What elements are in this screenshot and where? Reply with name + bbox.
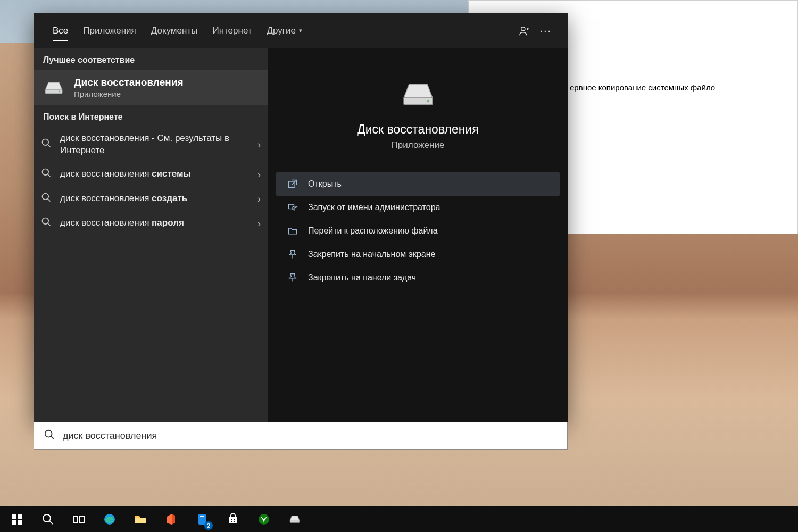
svg-rect-13 (18, 514, 22, 519)
task-view-button[interactable] (64, 506, 94, 532)
svg-rect-15 (18, 520, 22, 525)
web-result-1-text: диск восстановления системы (60, 168, 191, 180)
drive-icon (400, 80, 437, 109)
search-icon (41, 138, 55, 152)
shield-icon (287, 202, 298, 213)
taskbar-xbox[interactable] (249, 506, 279, 532)
chevron-right-icon: › (257, 193, 261, 204)
tab-more-label: Другие (267, 26, 296, 36)
preview-pane: Диск восстановления Приложение Открыть З… (268, 48, 568, 422)
svg-rect-18 (80, 516, 84, 522)
action-open[interactable]: Открыть (276, 172, 560, 196)
svg-point-4 (43, 169, 49, 175)
best-match-subtitle: Приложение (74, 89, 184, 98)
preview-title: Диск восстановления (357, 122, 479, 137)
svg-rect-22 (200, 516, 204, 517)
taskbar-store[interactable] (218, 506, 248, 532)
svg-point-2 (59, 90, 61, 92)
svg-rect-26 (234, 521, 235, 522)
svg-rect-12 (12, 514, 16, 519)
web-result-2[interactable]: диск восстановления создать › (34, 187, 268, 211)
web-result-3-text: диск восстановления пароля (60, 217, 184, 229)
svg-point-6 (43, 218, 49, 224)
taskbar-office[interactable] (156, 506, 186, 532)
tab-web-label: Интернет (212, 26, 252, 36)
tab-apps-label: Приложения (83, 26, 136, 36)
svg-rect-25 (231, 521, 232, 522)
action-run-admin[interactable]: Запуск от имени администратора (276, 196, 560, 219)
search-flyout: Все Приложения Документы Интернет Другие… (34, 13, 568, 422)
taskbar-search-button[interactable] (33, 506, 63, 532)
web-results-heading: Поиск в Интернете (34, 105, 268, 127)
more-options-icon[interactable]: ··· (535, 24, 556, 37)
tab-all-label: Все (53, 26, 68, 36)
divider (276, 168, 560, 168)
search-tabs: Все Приложения Документы Интернет Другие… (34, 13, 568, 48)
svg-point-11 (45, 430, 52, 437)
search-input[interactable] (63, 430, 558, 442)
svg-rect-17 (73, 516, 78, 522)
background-window-text: ервное копирование системных файло (570, 83, 715, 92)
taskbar-explorer[interactable] (126, 506, 155, 532)
svg-point-5 (43, 193, 49, 200)
svg-point-16 (43, 514, 51, 522)
feedback-icon[interactable] (514, 20, 535, 41)
svg-rect-20 (135, 518, 146, 523)
svg-rect-14 (12, 520, 16, 525)
preview-actions: Открыть Запуск от имени администратора П… (268, 172, 568, 289)
tab-docs-label: Документы (151, 26, 198, 36)
start-button[interactable] (2, 506, 32, 532)
best-match-item[interactable]: Диск восстановления Приложение (34, 70, 268, 105)
best-match-heading: Лучшее соответствие (34, 48, 268, 70)
results-list: Лучшее соответствие Диск восстановления … (34, 48, 268, 422)
best-match-title: Диск восстановления (74, 77, 184, 88)
taskbar-recovery-drive[interactable] (280, 506, 310, 532)
search-icon (41, 168, 55, 181)
action-run-admin-label: Запуск от имени администратора (308, 203, 440, 212)
web-result-1[interactable]: диск восстановления системы › (34, 162, 268, 187)
preview-subtitle: Приложение (392, 140, 445, 151)
tab-apps[interactable]: Приложения (76, 13, 143, 48)
action-pin-start[interactable]: Закрепить на начальном экране (276, 243, 560, 266)
tab-all[interactable]: Все (45, 13, 76, 48)
action-open-location-label: Перейти к расположению файла (308, 226, 438, 236)
pin-icon (287, 272, 298, 284)
svg-point-0 (521, 27, 525, 30)
web-result-3[interactable]: диск восстановления пароля › (34, 211, 268, 236)
svg-point-3 (43, 139, 49, 145)
pin-icon (287, 248, 298, 260)
taskbar: 2 (0, 506, 798, 532)
action-pin-taskbar[interactable]: Закрепить на панели задач (276, 266, 560, 289)
chevron-right-icon: › (257, 218, 261, 229)
svg-rect-24 (234, 519, 235, 520)
web-result-2-text: диск восстановления создать (60, 193, 187, 205)
folder-icon (287, 225, 298, 237)
taskbar-edge[interactable] (95, 506, 124, 532)
search-box[interactable] (34, 422, 568, 450)
web-result-0-text: диск восстановления - См. результаты в И… (60, 132, 236, 157)
tab-internet[interactable]: Интернет (205, 13, 259, 48)
chevron-right-icon: › (257, 139, 261, 150)
tab-documents[interactable]: Документы (144, 13, 205, 48)
tab-more[interactable]: Другие▾ (260, 13, 310, 48)
open-icon (287, 178, 298, 190)
svg-point-29 (298, 521, 299, 522)
action-open-label: Открыть (308, 179, 342, 189)
action-pin-start-label: Закрепить на начальном экране (308, 250, 435, 259)
search-icon (41, 217, 55, 230)
taskbar-tips-badge: 2 (204, 521, 213, 530)
svg-rect-23 (231, 519, 232, 520)
taskbar-tips[interactable]: 2 (187, 506, 217, 532)
action-pin-taskbar-label: Закрепить на панели задач (308, 273, 416, 282)
action-open-location[interactable]: Перейти к расположению файла (276, 219, 560, 243)
web-result-0[interactable]: диск восстановления - См. результаты в И… (34, 127, 268, 162)
chevron-right-icon: › (257, 169, 261, 180)
search-icon (41, 192, 55, 206)
chevron-down-icon: ▾ (299, 27, 302, 34)
svg-point-8 (427, 100, 429, 102)
drive-icon (43, 77, 64, 98)
search-icon (44, 429, 55, 443)
